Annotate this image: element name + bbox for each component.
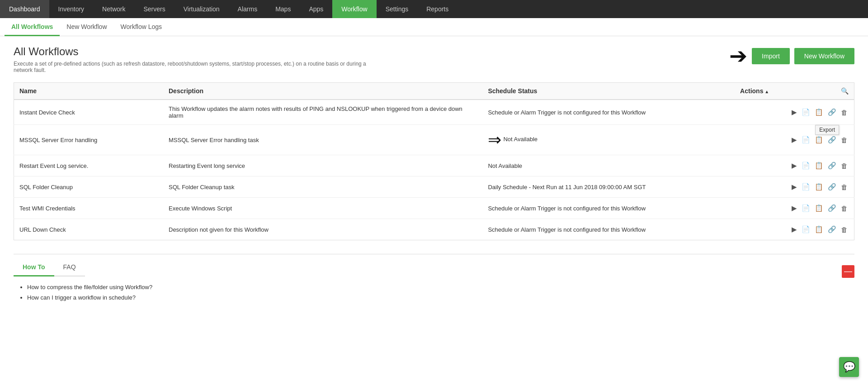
action-icons-group: ▶📄📋Export🔗🗑 [740,135,849,145]
cell-status: Schedule or Alarm Trigger is not configu… [482,219,735,240]
action-icons-group: ▶📄📋🔗🗑 [740,107,849,117]
arrow-icon: ➔ [729,45,747,67]
search-icon[interactable]: 🔍 [841,87,849,95]
bottom-tab-faq[interactable]: FAQ [54,259,85,276]
view-icon[interactable]: 📄 [801,107,811,117]
cell-description: This Workflow updates the alarm notes wi… [163,100,482,125]
top-nav-item-servers[interactable]: Servers [134,0,174,18]
run-icon[interactable]: ▶ [791,161,798,171]
export-link-icon[interactable]: 🔗 [827,224,837,234]
sub-nav-item-workflow-logs[interactable]: Workflow Logs [114,18,169,36]
table-row: MSSQL Server Error handlingMSSQL Server … [14,125,854,155]
top-nav-item-apps[interactable]: Apps [300,0,332,18]
header-actions: ➔ Import New Workflow [729,45,854,67]
page-subtitle: Execute a set of pre-defined actions (su… [14,61,384,73]
sub-nav-item-new-workflow[interactable]: New Workflow [60,18,113,36]
bottom-section: How ToFAQ — How to compress the file/fol… [14,254,854,309]
top-nav-item-alarms[interactable]: Alarms [229,0,267,18]
howto-list: How to compress the file/folder using Wo… [14,284,854,309]
cell-actions: ▶📄📋🔗🗑 [735,219,854,240]
copy-icon[interactable]: 📋 [814,135,824,145]
export-link-icon[interactable]: 🔗 [827,135,837,144]
run-icon[interactable]: ▶ [791,135,798,145]
import-button[interactable]: Import [752,48,790,64]
export-link-icon[interactable]: 🔗 [827,203,837,213]
export-link-icon[interactable]: 🔗 [827,182,837,192]
howto-item: How can I trigger a workflow in schedule… [27,294,854,301]
top-nav-item-dashboard[interactable]: Dashboard [0,0,49,18]
cell-actions: ▶📄📋🔗🗑 [735,176,854,198]
howto-item: How to compress the file/folder using Wo… [27,284,854,291]
view-icon[interactable]: 📄 [801,224,811,234]
collapse-button[interactable]: — [842,265,854,278]
cell-description: MSSQL Server Error handling task [163,125,482,155]
cell-description: SQL Folder Cleanup task [163,176,482,198]
top-nav-item-virtualization[interactable]: Virtualization [175,0,229,18]
sub-nav-item-all-workflows[interactable]: All Workflows [5,18,60,36]
cell-name: URL Down Check [14,219,164,240]
action-icons-group: ▶📄📋🔗🗑 [740,203,849,213]
action-icons-group: ▶📄📋🔗🗑 [740,161,849,171]
table-row: Restart Event Log service.Restarting Eve… [14,155,854,176]
bottom-tab-how-to[interactable]: How To [14,259,54,276]
delete-icon[interactable]: 🗑 [840,135,849,145]
top-nav-item-settings[interactable]: Settings [377,0,418,18]
table-row: URL Down CheckDescription not given for … [14,219,854,240]
run-icon[interactable]: ▶ [791,107,798,117]
cell-status: Schedule or Alarm Trigger is not configu… [482,198,735,219]
delete-icon[interactable]: 🗑 [840,225,849,234]
cell-actions: ▶📄📋🔗🗑 [735,155,854,176]
view-icon[interactable]: 📄 [801,135,811,145]
col-header-status: Schedule Status [482,83,735,100]
col-header-actions: Actions 🔍 [735,83,854,100]
cell-status: Daily Schedule - Next Run at 11 Jun 2018… [482,176,735,198]
cell-description: Restarting Event long service [163,155,482,176]
cell-name: MSSQL Server Error handling [14,125,164,155]
col-header-description: Description [163,83,482,100]
howto-link[interactable]: How can I trigger a workflow in schedule… [27,294,136,301]
row-arrow-icon: ⇒ [488,130,501,149]
cell-name: Test WMI Credentials [14,198,164,219]
top-nav-item-workflow[interactable]: Workflow [332,0,376,18]
page-title-block: All Workflows Execute a set of pre-defin… [14,45,384,73]
copy-icon[interactable]: 📋 [814,161,824,171]
workflow-table: Name Description Schedule Status Actions… [14,82,854,240]
new-workflow-button[interactable]: New Workflow [794,48,854,64]
copy-icon[interactable]: 📋 [814,224,824,234]
top-nav-item-inventory[interactable]: Inventory [49,0,94,18]
run-icon[interactable]: ▶ [791,182,798,192]
delete-icon[interactable]: 🗑 [840,204,849,213]
copy-icon[interactable]: 📋 [814,182,824,192]
main-content: All Workflows Execute a set of pre-defin… [0,36,868,318]
top-nav-item-network[interactable]: Network [93,0,134,18]
howto-link[interactable]: How to compress the file/folder using Wo… [27,284,152,291]
top-nav-item-maps[interactable]: Maps [266,0,300,18]
view-icon[interactable]: 📄 [801,161,811,171]
copy-icon[interactable]: 📋 [814,203,824,213]
cell-name: Restart Event Log service. [14,155,164,176]
run-icon[interactable]: ▶ [791,224,798,234]
cell-status: ⇒Not Available [482,125,735,155]
export-link-icon[interactable]: 🔗 [827,161,837,171]
view-icon[interactable]: 📄 [801,182,811,192]
export-tooltip-container: Export🔗 [827,136,837,144]
view-icon[interactable]: 📄 [801,203,811,213]
export-link-icon[interactable]: 🔗 [827,107,837,117]
bottom-tabs: How ToFAQ [14,259,85,276]
table-row: Test WMI CredentialsExecute Windows Scri… [14,198,854,219]
cell-name: SQL Folder Cleanup [14,176,164,198]
page-title: All Workflows [14,45,384,58]
cell-actions: ▶📄📋🔗🗑 [735,198,854,219]
run-icon[interactable]: ▶ [791,203,798,213]
copy-icon[interactable]: 📋 [814,107,824,117]
delete-icon[interactable]: 🗑 [840,161,849,171]
page-header: All Workflows Execute a set of pre-defin… [14,45,854,73]
actions-label: Actions [740,87,769,95]
delete-icon[interactable]: 🗑 [840,108,849,117]
top-nav-item-reports[interactable]: Reports [417,0,458,18]
delete-icon[interactable]: 🗑 [840,182,849,192]
action-icons-group: ▶📄📋🔗🗑 [740,224,849,234]
cell-name: Instant Device Check [14,100,164,125]
cell-actions: ▶📄📋🔗🗑 [735,100,854,125]
cell-description: Execute Windows Script [163,198,482,219]
